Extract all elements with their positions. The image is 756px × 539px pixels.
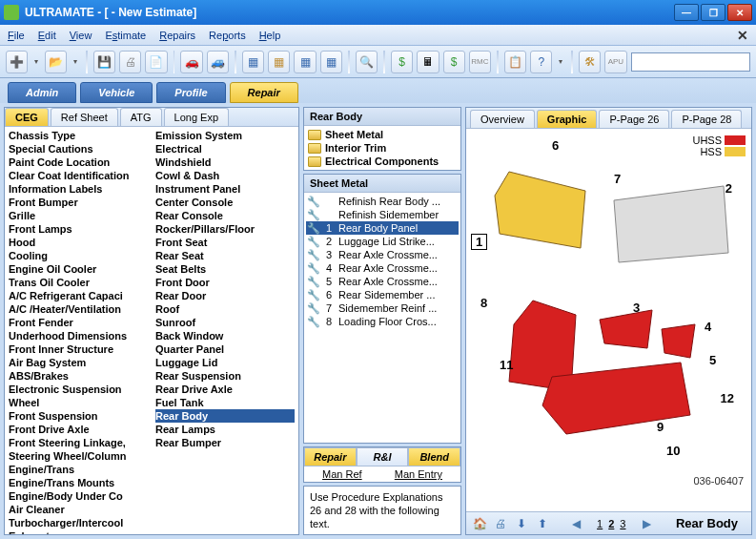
category-item[interactable]: Information Labels bbox=[9, 182, 148, 196]
category-item[interactable]: Rocker/Pillars/Floor bbox=[155, 222, 295, 236]
money1-icon[interactable]: $ bbox=[391, 51, 413, 73]
tools-icon[interactable]: 🛠 bbox=[579, 51, 601, 73]
action-ri[interactable]: R&I bbox=[357, 447, 409, 466]
category-item[interactable]: Rear Console bbox=[155, 209, 295, 222]
subtab-longexp[interactable]: Long Exp bbox=[164, 108, 229, 126]
category-item[interactable]: Rear Lamps bbox=[155, 423, 295, 436]
category-item[interactable]: Air Bag System bbox=[9, 356, 148, 369]
folder-item[interactable]: Interior Trim bbox=[306, 141, 459, 155]
rtab-graphic[interactable]: Graphic bbox=[537, 110, 598, 128]
category-item[interactable]: Rear Bumper bbox=[155, 436, 295, 449]
category-item[interactable]: Engine/Trans bbox=[9, 463, 148, 476]
document-close-icon[interactable]: ✕ bbox=[737, 28, 748, 43]
category-item[interactable]: Sunroof bbox=[155, 316, 295, 329]
category-item[interactable]: Rear Suspension bbox=[155, 369, 295, 383]
part-item[interactable]: 🔧1Rear Body Panel bbox=[306, 221, 459, 235]
category-item[interactable]: Clear Coat Identification bbox=[9, 169, 148, 182]
menu-help[interactable]: Help bbox=[259, 30, 281, 41]
category-item[interactable]: Front Lamps bbox=[9, 222, 148, 236]
menu-reports[interactable]: Reports bbox=[209, 30, 246, 41]
tab-vehicle[interactable]: Vehicle bbox=[80, 82, 153, 103]
open-dropdown[interactable]: ▾ bbox=[71, 57, 80, 66]
link-man-entry[interactable]: Man Entry bbox=[395, 468, 442, 480]
category-item[interactable]: Wheel bbox=[9, 396, 148, 409]
action-blend[interactable]: Blend bbox=[408, 447, 460, 466]
grid3-icon[interactable]: ▦ bbox=[294, 51, 316, 73]
part-item[interactable]: 🔧Refinish Sidemember bbox=[306, 208, 459, 221]
category-item[interactable]: Cooling bbox=[9, 249, 148, 262]
maximize-button[interactable]: ❐ bbox=[701, 4, 725, 21]
category-item[interactable]: Steering Wheel/Column bbox=[9, 449, 148, 463]
category-item[interactable]: Instrument Panel bbox=[155, 182, 295, 196]
print-diagram-icon[interactable]: 🖨 bbox=[493, 516, 508, 531]
subtab-ceg[interactable]: CEG bbox=[5, 108, 49, 126]
category-item[interactable]: Front Suspension bbox=[9, 409, 148, 423]
category-item[interactable]: Front Door bbox=[155, 276, 295, 289]
new-dropdown[interactable]: ▾ bbox=[31, 57, 41, 66]
grid2-icon[interactable]: ▦ bbox=[268, 51, 290, 73]
category-item[interactable]: Luggage Lid bbox=[155, 356, 295, 369]
vehicle-rear-icon[interactable]: 🚙 bbox=[207, 51, 229, 73]
link-man-ref[interactable]: Man Ref bbox=[322, 468, 362, 480]
page-3[interactable]: 3 bbox=[620, 518, 625, 529]
category-item[interactable]: Windshield bbox=[155, 155, 295, 169]
page-1[interactable]: 1 bbox=[597, 518, 603, 529]
category-item[interactable]: Rear Drive Axle bbox=[155, 383, 295, 396]
category-item[interactable]: Back Window bbox=[155, 329, 295, 342]
doc-icon[interactable]: 📋 bbox=[504, 51, 526, 73]
category-item[interactable]: Fuel Tank bbox=[155, 396, 295, 409]
category-item[interactable]: Center Console bbox=[155, 196, 295, 209]
category-item[interactable]: Electronic Suspension bbox=[9, 383, 148, 396]
preview-icon[interactable]: 📄 bbox=[145, 51, 167, 73]
category-item[interactable]: A/C Refrigerant Capaci bbox=[9, 289, 148, 302]
category-item[interactable]: Front Fender bbox=[9, 316, 148, 329]
rmc-icon[interactable]: RMC bbox=[469, 51, 491, 73]
rtab-p26[interactable]: P-Page 26 bbox=[599, 110, 669, 128]
menu-edit[interactable]: Edit bbox=[38, 30, 56, 41]
search-input[interactable] bbox=[631, 52, 751, 72]
up-icon[interactable]: ⬆ bbox=[535, 516, 550, 531]
category-item[interactable]: Roof bbox=[155, 302, 295, 316]
category-item[interactable]: Front Seat bbox=[155, 236, 295, 249]
category-item[interactable]: Exhaust bbox=[9, 529, 148, 534]
category-item[interactable]: Electrical bbox=[155, 142, 295, 155]
part-item[interactable]: 🔧Refinish Rear Body ... bbox=[306, 195, 459, 208]
part-item[interactable]: 🔧7Sidemember Reinf ... bbox=[306, 301, 459, 315]
menu-view[interactable]: View bbox=[70, 30, 92, 41]
part-item[interactable]: 🔧5Rear Axle Crossme... bbox=[306, 275, 459, 288]
money2-icon[interactable]: $ bbox=[443, 51, 465, 73]
category-item[interactable]: Grille bbox=[9, 209, 148, 222]
category-item[interactable]: Cowl & Dash bbox=[155, 169, 295, 182]
category-item[interactable]: Rear Body bbox=[155, 409, 295, 423]
tab-profile[interactable]: Profile bbox=[156, 82, 225, 103]
category-item[interactable]: A/C /Heater/Ventilation bbox=[9, 302, 148, 316]
save-icon[interactable]: 💾 bbox=[93, 51, 115, 73]
category-item[interactable]: Quarter Panel bbox=[155, 342, 295, 356]
close-button[interactable]: ✕ bbox=[727, 4, 752, 21]
grid1-icon[interactable]: ▦ bbox=[242, 51, 264, 73]
help-icon[interactable]: ? bbox=[530, 51, 552, 73]
category-item[interactable]: Seat Belts bbox=[155, 262, 295, 276]
vehicle-front-icon[interactable]: 🚗 bbox=[180, 51, 202, 73]
menu-file[interactable]: File bbox=[8, 30, 25, 41]
category-item[interactable]: ABS/Brakes bbox=[9, 369, 148, 383]
category-item[interactable]: Underhood Dimensions bbox=[9, 329, 148, 342]
part-item[interactable]: 🔧6Rear Sidemember ... bbox=[306, 288, 459, 301]
next-icon[interactable]: ▶ bbox=[639, 516, 654, 531]
category-item[interactable]: Paint Code Location bbox=[9, 155, 148, 169]
part-item[interactable]: 🔧8Loading Floor Cros... bbox=[306, 315, 459, 328]
category-item[interactable]: Rear Door bbox=[155, 289, 295, 302]
minimize-button[interactable]: — bbox=[674, 4, 699, 21]
category-item[interactable]: Chassis Type bbox=[9, 129, 148, 142]
folder-item[interactable]: Sheet Metal bbox=[306, 128, 459, 141]
menu-estimate[interactable]: Estimate bbox=[105, 30, 146, 41]
page-2[interactable]: 2 bbox=[608, 518, 614, 529]
part-item[interactable]: 🔧4Rear Axle Crossme... bbox=[306, 261, 459, 275]
search-icon[interactable]: 🔍 bbox=[356, 51, 378, 73]
prev-icon[interactable]: ◀ bbox=[568, 516, 583, 531]
open-icon[interactable]: 📂 bbox=[45, 51, 67, 73]
category-item[interactable]: Trans Oil Cooler bbox=[9, 276, 148, 289]
category-item[interactable]: Rear Seat bbox=[155, 249, 295, 262]
print-icon[interactable]: 🖨 bbox=[119, 51, 141, 73]
category-item[interactable]: Front Drive Axle bbox=[9, 423, 148, 436]
